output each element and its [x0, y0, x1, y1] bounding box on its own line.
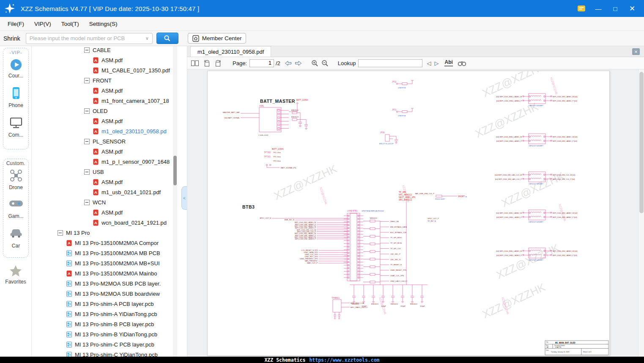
- tree-item[interactable]: MI 13 Pro-135100M2M0A MB PCB: [32, 248, 182, 258]
- pdf-viewer[interactable]: XZZ@XZZHKXZZ@XZZHKXZZ@XZZHKXZZ@XZZHKXZZ@…: [187, 69, 644, 357]
- tree-group[interactable]: MI 13 Pro: [32, 228, 182, 238]
- lookup-input[interactable]: [358, 59, 422, 67]
- svg-text:EMI4024: EMI4024: [410, 303, 417, 305]
- document-tab[interactable]: m1_oled_230110_0958.pdf: [190, 46, 271, 57]
- collapse-icon[interactable]: [84, 199, 90, 206]
- tree-scrollbar-thumb[interactable]: [173, 156, 177, 185]
- tree-item[interactable]: MI 13 Pro-shim-A YiDianTong.pcb: [32, 309, 182, 319]
- collapse-icon[interactable]: [58, 230, 64, 236]
- collapse-icon[interactable]: [84, 77, 90, 84]
- rotate-left-button[interactable]: [203, 60, 211, 67]
- two-page-view-button[interactable]: [191, 60, 199, 66]
- tree-item-label: wcn_board_0214_1921.pd: [101, 220, 167, 226]
- tree-item[interactable]: AASM.pdf: [32, 177, 182, 187]
- tree-item-label: MI 13 Pro-135100M2M0A MB PCB: [75, 250, 160, 256]
- panel-collapse-handle[interactable]: <: [181, 186, 187, 210]
- tree-group[interactable]: FRONT: [32, 75, 182, 85]
- close-document-icon[interactable]: ✕: [632, 48, 640, 55]
- tree-group[interactable]: OLED: [32, 106, 182, 116]
- tree-item[interactable]: AMI 13 Pro-135100M2M0A Compor: [32, 238, 182, 248]
- tree-item[interactable]: AASM.pdf: [32, 85, 182, 96]
- collapse-icon[interactable]: [84, 169, 90, 175]
- tree-item[interactable]: MI 13 Pro-shim-A PCB layer.pcb: [32, 299, 182, 309]
- svg-text:2.00E+0161: 2.00E+0161: [258, 134, 269, 136]
- close-button[interactable]: ✕: [627, 3, 637, 14]
- viewer-scrollbar-thumb[interactable]: [639, 72, 644, 213]
- next-page-button[interactable]: [295, 60, 302, 66]
- tree-item[interactable]: AASM.pdf: [32, 207, 182, 217]
- tree-item[interactable]: MI 13 Pro-135100M2M0A MB+SUI: [32, 258, 182, 268]
- car-button[interactable]: [3, 228, 28, 238]
- tree-scrollbar[interactable]: [173, 46, 177, 357]
- svg-text:MIPI_DSI0_EM_LANE0_M [64]: MIPI_DSI0_EM_LANE0_M [64]: [553, 96, 577, 98]
- course-button[interactable]: [3, 58, 28, 71]
- tree-group[interactable]: WCN: [32, 197, 182, 207]
- prev-page-button[interactable]: [285, 60, 292, 66]
- tree-group[interactable]: PL_SENSOR: [32, 136, 182, 146]
- favorites-button[interactable]: [0, 264, 31, 277]
- shrink-button[interactable]: Shrink: [3, 35, 20, 42]
- tree-item[interactable]: Am1_usb_0214_1021.pdf: [32, 187, 182, 197]
- tree-item[interactable]: MI 13 Pro-shim-B PCB layer.pcb: [32, 319, 182, 329]
- member-center-button[interactable]: Member Center: [188, 33, 247, 44]
- svg-text:CMF3216YG0R4MFT: CMF3216YG0R4MFT: [529, 183, 544, 185]
- menu-file[interactable]: File(F): [3, 21, 29, 27]
- tree-item[interactable]: MI 13 Pro-shim-C PCB layer.pcb: [32, 339, 182, 349]
- viewer-scrollbar[interactable]: [638, 69, 644, 357]
- maximize-button[interactable]: □: [610, 3, 620, 14]
- zoom-out-button[interactable]: [321, 60, 329, 67]
- tree-item[interactable]: Am1_p_l_sensor_0907_1648: [32, 157, 182, 167]
- pdf-file-icon: A: [93, 98, 99, 104]
- tree-item[interactable]: AMI 13 Pro-135100M2M0A Mainbo: [32, 268, 182, 278]
- tree-item[interactable]: AM1_CABLE_0107_1350.pdf: [32, 65, 182, 75]
- svg-text:NFC_AMACC1: NFC_AMACC1: [399, 194, 412, 196]
- svg-text:JP31: JP31: [392, 109, 397, 111]
- text-select-button[interactable]: Abi: [444, 60, 452, 66]
- game-button[interactable]: [3, 199, 28, 208]
- collapse-icon[interactable]: [84, 138, 90, 145]
- computer-button[interactable]: [3, 117, 28, 129]
- menubar: File(F) VIP(V) Tool(T) Settings(S): [0, 17, 644, 31]
- tree-item[interactable]: Awcn_board_0214_1921.pd: [32, 217, 182, 228]
- svg-text:USB1_RESET_TPN: USB1_RESET_TPN: [390, 269, 406, 271]
- tree-group[interactable]: USB: [32, 167, 182, 177]
- svg-text:[64] MIPI_DSI0_EM0_LANE1_M: [64] MIPI_DSI0_EM0_LANE1_M: [496, 136, 522, 138]
- svg-text:EMI4024: EMI4024: [371, 303, 378, 305]
- minimize-button[interactable]: —: [593, 3, 603, 14]
- zoom-in-button[interactable]: [311, 60, 318, 67]
- page-number-input[interactable]: [249, 59, 274, 67]
- tree-item[interactable]: AASM.pdf: [32, 146, 182, 157]
- svg-text:ESC_BYPASS_CLB: ESC_BYPASS_CLB: [390, 231, 406, 234]
- tree-item[interactable]: MI 13 Pro-shim-C YiDianTong.pcb: [32, 349, 182, 357]
- svg-text:LANE BTB1: LANE BTB1: [347, 210, 358, 212]
- tree-item[interactable]: AASM.pdf: [32, 116, 182, 126]
- tree-item[interactable]: Am1_front_camera_1007_18: [32, 96, 182, 106]
- tree-item[interactable]: Am1_oled_230110_0958.pd: [32, 126, 182, 136]
- tree-item[interactable]: MI 13 Pro-M2MOA SUB PCB layer.: [32, 278, 182, 289]
- pdf-toolbar: Page: /2 Lookup ◁ ▷ Abi: [187, 57, 644, 69]
- phone-button[interactable]: [3, 86, 28, 100]
- tree-item-label: ASM.pdf: [101, 148, 123, 155]
- next-result-button[interactable]: ▷: [434, 60, 438, 66]
- search-button[interactable]: [156, 33, 178, 44]
- collapse-icon[interactable]: [84, 108, 90, 114]
- tree-item-label: m1_usb_0214_1021.pdf: [101, 189, 161, 195]
- chevron-down-icon[interactable]: ∨: [145, 36, 149, 41]
- model-search-box[interactable]: ∨: [26, 33, 153, 44]
- menu-settings[interactable]: Settings(S): [84, 21, 123, 27]
- collapse-icon[interactable]: [84, 47, 90, 53]
- menu-vip[interactable]: VIP(V): [29, 21, 56, 27]
- vip-badge-icon[interactable]: [576, 3, 586, 14]
- tree-item[interactable]: MI 13 Pro-M2MOA SUB boardview: [32, 289, 182, 299]
- prev-result-button[interactable]: ◁: [427, 60, 431, 66]
- svg-text:MASTER_BATT_BAT: MASTER_BATT_BAT: [223, 111, 240, 113]
- statusbar-url[interactable]: https://www.xzztools.com: [309, 357, 379, 363]
- drone-button[interactable]: [3, 169, 28, 182]
- tree-item[interactable]: MI 13 Pro-shim-B YiDianTong.pcb: [32, 329, 182, 339]
- menu-tool[interactable]: Tool(T): [56, 21, 84, 27]
- tree-item[interactable]: AASM.pdf: [32, 55, 182, 65]
- tree-group[interactable]: CABLE: [32, 46, 182, 55]
- model-search-input[interactable]: [30, 35, 144, 41]
- rotate-right-button[interactable]: [214, 60, 222, 67]
- find-button[interactable]: [458, 60, 466, 66]
